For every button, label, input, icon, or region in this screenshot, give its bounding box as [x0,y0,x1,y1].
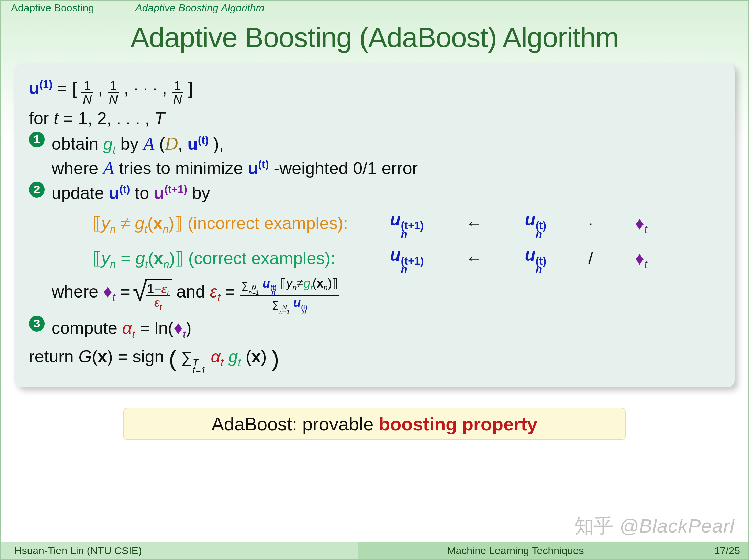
footer-author: Hsuan-Tien Lin (NTU CSIE) [1,542,358,559]
u-symbol: u [29,79,40,98]
diamond-icon: ♦t [635,246,678,271]
step-number-icon: 3 [29,316,45,332]
diamond-icon: ♦ [174,317,183,338]
footer-page: 17/25 [673,542,748,559]
step-2-line-1: update u(t) to u(t+1) by [52,182,720,205]
footer-course: Machine Learning Techniques [358,542,673,559]
epsilon-definition: ∑Nn=1 u(t)n ⟦yn≠gt(xn)⟧ ∑Nn=1 u(t)n [240,277,339,314]
init-line: u(1) = [ 1N , 1N , · · · , 1N ] [29,77,720,106]
diamond-icon: ♦ [103,281,112,301]
breadcrumb-section: Adaptive Boosting [11,2,94,14]
sqrt-expression: 1−εt εt [135,279,172,309]
diamond-icon: ♦t [635,211,678,236]
update-rules-table: ⟦yn ≠ gt(xn)⟧ (incorrect examples): u(t+… [93,208,720,274]
step-1-line-1: obtain gt by A (D, u(t) ), [52,132,720,156]
watermark: 知乎 @BlackPearl [574,513,735,539]
highlight-box: AdaBoost: provable boosting property [123,408,626,440]
for-line: for t = 1, 2, . . . , T [29,107,720,131]
step-2: 2 update u(t) to u(t+1) by ⟦yn ≠ gt(xn)⟧… [29,182,720,315]
slide: Adaptive Boosting Adaptive Boosting Algo… [0,0,749,560]
incorrect-condition: ⟦yn ≠ gt(xn)⟧ (incorrect examples): [93,212,379,235]
page-title: Adaptive Boosting (AdaBoost) Algorithm [1,21,748,54]
step-number-icon: 2 [29,182,45,198]
u-rhs: u(t)n [525,208,577,238]
where-line: where ♦t = 1−εt εt and εt = [52,277,720,314]
step-3: 3 compute αt = ln(♦t) [29,316,720,340]
footer: Hsuan-Tien Lin (NTU CSIE) Machine Learni… [1,542,748,559]
correct-condition: ⟦yn = gt(xn)⟧ (correct examples): [93,247,379,270]
algorithm-panel: u(1) = [ 1N , 1N , · · · , 1N ] for t = … [14,64,735,387]
step-1-line-2: where A tries to minimize u(t) -weighted… [52,156,720,180]
step-1: 1 obtain gt by A (D, u(t) ), where A tri… [29,132,720,180]
return-line: return G(x) = sign ( ∑Tt=1 αt gt (x) ) [29,343,720,374]
step-number-icon: 1 [29,132,45,147]
fraction: 1N [81,80,93,106]
u-lhs: u(t+1)n [390,208,455,238]
breadcrumb: Adaptive Boosting Adaptive Boosting Algo… [1,1,748,14]
breadcrumb-subsection: Adaptive Boosting Algorithm [135,2,265,14]
